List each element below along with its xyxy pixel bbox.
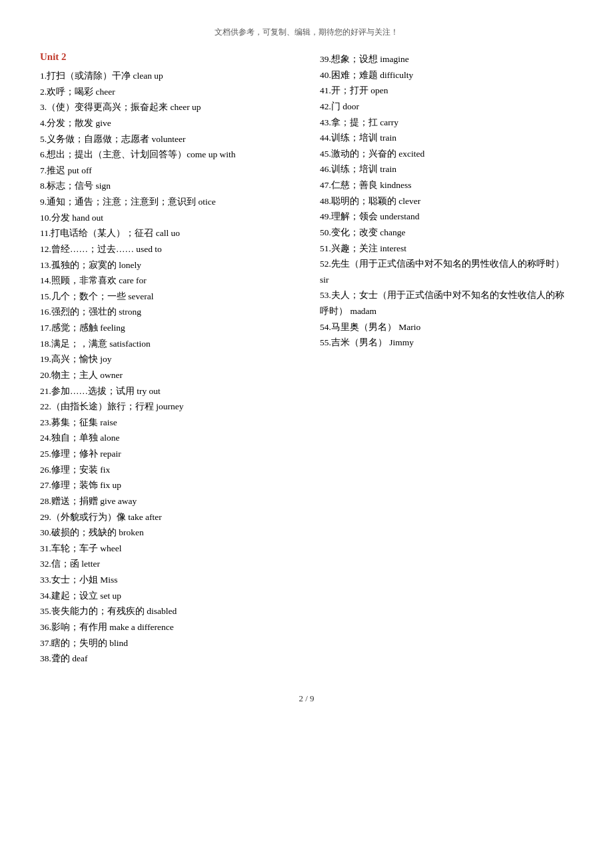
list-item: 54.马里奥（男名） Mario [320, 319, 573, 335]
list-item: 39.想象；设想 imagine [320, 51, 573, 67]
list-item: 42.门 door [320, 99, 573, 115]
left-items-container: 1.打扫（或清除）干净 clean up2.欢呼；喝彩 cheer3.（使）变得… [40, 68, 293, 667]
list-item: 11.打电话给（某人）；征召 call uo [40, 225, 293, 241]
list-item: 45.激动的；兴奋的 excited [320, 146, 573, 162]
list-item: 10.分发 hand out [40, 210, 293, 226]
right-items-container: 39.想象；设想 imagine40.困难；难题 difficulty41.开；… [320, 51, 573, 351]
page-container: 文档供参考，可复制、编辑，期待您的好评与关注！ Unit 2 1.打扫（或清除）… [0, 0, 613, 868]
list-item: 19.高兴；愉快 joy [40, 351, 293, 367]
list-item: 35.丧失能力的；有残疾的 disabled [40, 603, 293, 619]
list-item: 32.信；函 letter [40, 556, 293, 572]
list-item: 50.变化；改变 change [320, 225, 573, 241]
list-item: 9.通知；通告；注意；注意到；意识到 otice [40, 194, 293, 210]
list-item: 20.物主；主人 owner [40, 367, 293, 383]
list-item: 29.（外貌或行为）像 take after [40, 509, 293, 525]
list-item: 36.影响；有作用 make a difference [40, 619, 293, 635]
list-item: 27.修理；装饰 fix up [40, 477, 293, 493]
list-item: 21.参加……选拔；试用 try out [40, 383, 293, 399]
list-item: 53.夫人；女士（用于正式信函中对不知名的女性收信人的称呼时） madam [320, 287, 573, 319]
list-item: 31.车轮；车子 wheel [40, 541, 293, 557]
list-item: 13.孤独的；寂寞的 lonely [40, 257, 293, 273]
list-item: 48.聪明的；聪颖的 clever [320, 193, 573, 209]
list-item: 6.想出；提出（主意、计划回答等）come up with [40, 147, 293, 163]
list-item: 15.几个；数个；一些 several [40, 289, 293, 305]
list-item: 37.瞎的；失明的 blind [40, 635, 293, 651]
list-item: 18.满足；，满意 satisfaction [40, 336, 293, 352]
list-item: 46.训练；培训 train [320, 161, 573, 177]
list-item: 51.兴趣；关注 interest [320, 241, 573, 257]
list-item: 5.义务做；自愿做；志愿者 volunteer [40, 131, 293, 147]
top-notice: 文档供参考，可复制、编辑，期待您的好评与关注！ [40, 27, 573, 38]
list-item: 34.建起；设立 set up [40, 588, 293, 604]
list-item: 43.拿；提；扛 carry [320, 115, 573, 131]
list-item: 55.吉米（男名） Jimmy [320, 335, 573, 351]
list-item: 47.仁慈；善良 kindness [320, 177, 573, 193]
list-item: 2.欢呼；喝彩 cheer [40, 84, 293, 100]
list-item: 24.独自；单独 alone [40, 430, 293, 446]
list-item: 7.推迟 put off [40, 163, 293, 179]
list-item: 22.（由指长途）旅行；行程 journey [40, 399, 293, 415]
list-item: 23.募集；征集 raise [40, 415, 293, 431]
list-item: 40.困难；难题 difficulty [320, 67, 573, 83]
content-area: Unit 2 1.打扫（或清除）干净 clean up2.欢呼；喝彩 cheer… [40, 51, 573, 667]
list-item: 26.修理；安装 fix [40, 462, 293, 478]
list-item: 3.（使）变得更高兴；振奋起来 cheer up [40, 99, 293, 115]
left-column: Unit 2 1.打扫（或清除）干净 clean up2.欢呼；喝彩 cheer… [40, 51, 306, 667]
list-item: 41.开；打开 open [320, 83, 573, 99]
list-item: 28.赠送；捐赠 give away [40, 493, 293, 509]
list-item: 4.分发；散发 give [40, 115, 293, 131]
list-item: 14.照顾，非常喜欢 care for [40, 273, 293, 289]
list-item: 1.打扫（或清除）干净 clean up [40, 68, 293, 84]
list-item: 8.标志；信号 sign [40, 178, 293, 194]
list-item: 30.破损的；残缺的 broken [40, 525, 293, 541]
list-item: 25.修理；修补 repair [40, 446, 293, 462]
page-number: 2 / 9 [40, 693, 573, 704]
list-item: 33.女士；小姐 Miss [40, 572, 293, 588]
right-column: 39.想象；设想 imagine40.困难；难题 difficulty41.开；… [306, 51, 573, 667]
list-item: 38.聋的 deaf [40, 651, 293, 667]
list-item: 16.强烈的；强壮的 strong [40, 304, 293, 320]
list-item: 44.训练；培训 train [320, 130, 573, 146]
unit-title: Unit 2 [40, 51, 293, 63]
list-item: 52.先生（用于正式信函中对不知名的男性收信人的称呼时） sir [320, 256, 573, 287]
list-item: 49.理解；领会 understand [320, 209, 573, 225]
list-item: 17.感觉；感触 feeling [40, 320, 293, 336]
list-item: 12.曾经……；过去…… used to [40, 241, 293, 257]
